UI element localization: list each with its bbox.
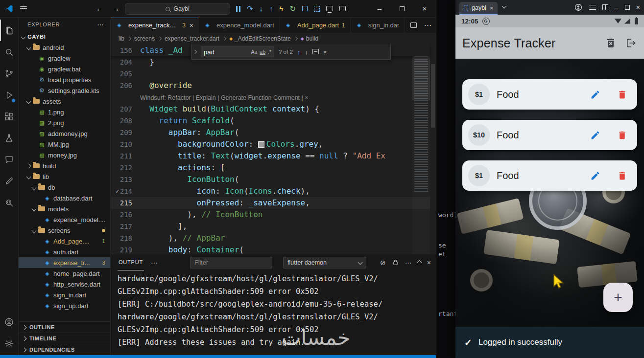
minimize-button[interactable]: – bbox=[615, 3, 619, 11]
close-button[interactable]: × bbox=[636, 3, 640, 11]
menu-icon[interactable] bbox=[20, 6, 27, 11]
tree-file-sign_in.dart[interactable]: ◈sign_in.dart bbox=[19, 290, 110, 300]
back-icon[interactable]: ← bbox=[96, 4, 103, 13]
menu-icon[interactable] bbox=[589, 5, 596, 10]
tree-file-1.png[interactable]: ▨1.png bbox=[19, 107, 110, 117]
breadcrumb-item[interactable]: ◆_AddEditScreenState bbox=[229, 35, 291, 42]
tree-file-auth.dart[interactable]: ◈auth.dart bbox=[19, 246, 110, 257]
settings-icon[interactable] bbox=[0, 333, 19, 354]
tree-file-expense_tr...[interactable]: ◈expense_tr...3 bbox=[19, 257, 110, 268]
tree-folder-assets[interactable]: assets bbox=[19, 96, 110, 107]
run-debug-icon[interactable] bbox=[0, 84, 19, 106]
output-channel-select[interactable]: flutter daemon bbox=[283, 257, 366, 268]
toggle-replace-icon[interactable] bbox=[193, 50, 197, 54]
vertical-scrollbar[interactable] bbox=[430, 45, 436, 254]
debug-pause-icon[interactable] bbox=[236, 6, 240, 12]
edit-button[interactable] bbox=[588, 88, 602, 102]
logout-button[interactable] bbox=[625, 37, 637, 49]
step-into-icon[interactable]: ↓ bbox=[260, 5, 263, 12]
layout-panel-icon[interactable] bbox=[326, 6, 333, 11]
expense-card[interactable]: $1Food bbox=[462, 160, 637, 191]
tree-folder-android[interactable]: android bbox=[19, 42, 110, 53]
tree-file-home_page.dart[interactable]: ◈home_page.dart bbox=[19, 268, 110, 279]
code-search-icon[interactable] bbox=[0, 192, 19, 213]
add-expense-fab[interactable]: + bbox=[603, 283, 633, 312]
tree-file-Add_page....[interactable]: ◈Add_page....1 bbox=[19, 236, 110, 246]
tree-file-2.png[interactable]: ▨2.png bbox=[19, 117, 110, 128]
chevron-down-icon[interactable] bbox=[502, 3, 507, 8]
tree-folder-lib[interactable]: lib bbox=[19, 171, 110, 182]
delete-button[interactable] bbox=[615, 169, 629, 183]
match-case-icon[interactable]: Aa bbox=[251, 49, 257, 55]
more-actions-icon[interactable]: ⋯ bbox=[424, 21, 431, 30]
next-match-icon[interactable]: ↓ bbox=[305, 48, 308, 56]
tab-output[interactable]: OUTPUT bbox=[118, 254, 144, 270]
tree-file-settings.gradle.kts[interactable]: ⚙settings.gradle.kts bbox=[19, 85, 110, 96]
testing-icon[interactable] bbox=[0, 127, 19, 149]
delete-button[interactable] bbox=[615, 128, 629, 142]
breadcrumb-item[interactable]: expense_tracker.dart bbox=[165, 35, 219, 42]
edit-button[interactable] bbox=[588, 169, 602, 183]
search-icon[interactable] bbox=[0, 41, 19, 63]
maximize-panel-icon[interactable] bbox=[417, 260, 422, 265]
hot-restart-icon[interactable]: ↻ bbox=[290, 5, 296, 12]
lock-scroll-icon[interactable] bbox=[392, 259, 399, 266]
previous-match-icon[interactable]: ↑ bbox=[297, 48, 301, 56]
account-icon[interactable] bbox=[0, 311, 19, 333]
close-find-icon[interactable]: × bbox=[323, 48, 327, 56]
edit-button[interactable] bbox=[588, 128, 602, 142]
minimap[interactable] bbox=[412, 45, 430, 254]
tree-file-gradlew.bat[interactable]: ◉gradlew.bat bbox=[19, 64, 110, 74]
tree-file-http_servise.dart[interactable]: ◈http_servise.dart bbox=[19, 279, 110, 290]
breadcrumb-item[interactable]: screens bbox=[134, 35, 155, 42]
tab-expense_tracker.dart[interactable]: ◈expense_tracker.dart3× bbox=[111, 18, 199, 33]
stop-icon[interactable] bbox=[302, 6, 308, 11]
codelens-actions[interactable]: Windsurf: Refactor | Explain | Generate … bbox=[140, 94, 309, 101]
account-icon[interactable] bbox=[574, 3, 583, 12]
expense-card[interactable]: $10Food bbox=[462, 120, 637, 150]
tab-Add_page.dart[interactable]: ◈Add_page.dart1 bbox=[280, 18, 351, 33]
scrollbar-thumb[interactable] bbox=[431, 64, 435, 128]
minimap-slider[interactable] bbox=[412, 53, 430, 100]
close-icon[interactable]: × bbox=[190, 22, 193, 29]
split-editor-layout-icon[interactable] bbox=[339, 6, 346, 11]
split-editor-icon[interactable] bbox=[410, 21, 417, 30]
tree-file-expence_model....[interactable]: ◈expence_model.... bbox=[19, 214, 110, 225]
section-dependencies[interactable]: DEPENDENCIES bbox=[19, 344, 110, 355]
clear-output-icon[interactable]: ⊘ bbox=[380, 259, 386, 267]
layout-icon[interactable] bbox=[602, 4, 608, 10]
tree-file-money.jpg[interactable]: ▨money.jpg bbox=[19, 150, 110, 160]
close-panel-icon[interactable]: × bbox=[427, 259, 431, 267]
breadcrumb-item[interactable]: ◆build bbox=[301, 35, 318, 42]
breadcrumb-item[interactable]: lib bbox=[119, 35, 124, 42]
tree-file-MM.jpg[interactable]: ▨MM.jpg bbox=[19, 139, 110, 150]
tree-file-addmoney.jpg[interactable]: ▨addmoney.jpg bbox=[19, 128, 110, 139]
tree-file-database.dart[interactable]: ◈database.dart bbox=[19, 193, 110, 203]
tree-folder-screens[interactable]: screens bbox=[19, 225, 110, 236]
section-outline[interactable]: OUTLINE bbox=[19, 321, 110, 333]
tree-file-gradlew[interactable]: ◉gradlew bbox=[19, 53, 110, 64]
emulator-tab[interactable]: gaybi × bbox=[459, 2, 498, 15]
edit-icon[interactable] bbox=[0, 170, 19, 192]
step-over-icon[interactable]: ↷ bbox=[247, 5, 253, 12]
code-editor[interactable]: 156class _Ad204 }205206 @overrideWindsur… bbox=[111, 45, 436, 254]
tree-file-sign_up.dart[interactable]: ◈sign_up.dart bbox=[19, 300, 110, 311]
maximize-button[interactable] bbox=[625, 5, 630, 10]
whole-word-icon[interactable]: ab bbox=[260, 49, 265, 55]
output-log[interactable]: hardware/google/gfxstream/host/gl/glestr… bbox=[111, 270, 436, 355]
forward-icon[interactable]: → bbox=[112, 4, 119, 13]
output-filter-input[interactable] bbox=[194, 259, 268, 266]
step-out-icon[interactable]: ↑ bbox=[269, 5, 273, 12]
minimize-button[interactable]: – bbox=[368, 0, 391, 17]
tree-file-local.properties[interactable]: ⚙local.properties bbox=[19, 74, 110, 85]
explorer-icon[interactable] bbox=[0, 20, 19, 41]
close-icon[interactable]: × bbox=[490, 4, 494, 12]
expense-card[interactable]: $1Food bbox=[462, 79, 637, 110]
explorer-tree[interactable]: GAYBIandroid◉gradlew◉gradlew.bat⚙local.p… bbox=[19, 31, 110, 321]
tree-root[interactable]: GAYBI bbox=[19, 31, 110, 42]
tab-sign_in.dar[interactable]: ◈sign_in.dar bbox=[351, 18, 405, 33]
more-actions-icon[interactable]: ⋯ bbox=[151, 259, 158, 267]
tree-folder-models[interactable]: models bbox=[19, 203, 110, 214]
extensions-icon[interactable] bbox=[0, 106, 19, 127]
section-timeline[interactable]: TIMELINE bbox=[19, 333, 110, 344]
